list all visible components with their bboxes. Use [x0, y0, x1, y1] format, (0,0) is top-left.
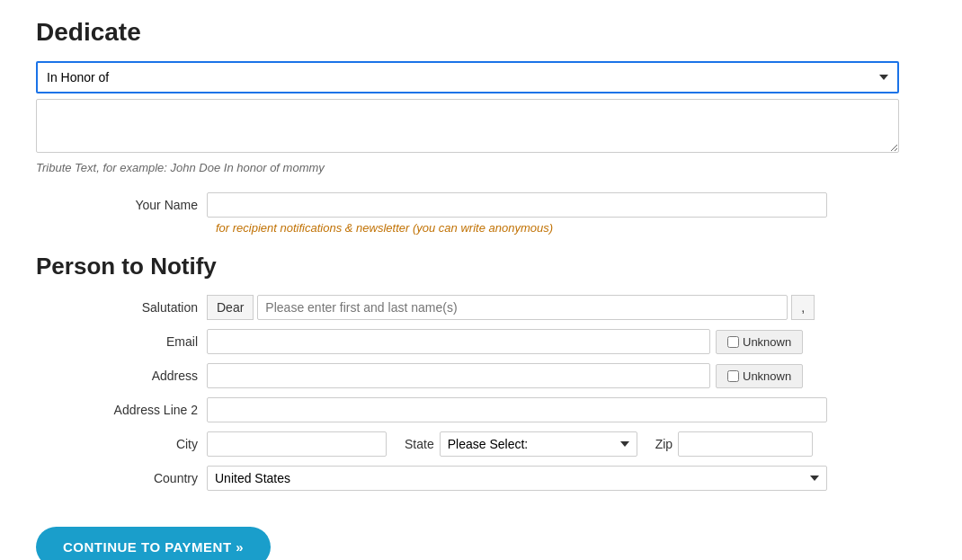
salutation-comma: , — [791, 295, 815, 320]
address-unknown-label: Unknown — [743, 369, 791, 383]
email-unknown-btn[interactable]: Unknown — [716, 330, 803, 354]
address2-row: Address Line 2 — [36, 397, 926, 422]
country-label: Country — [36, 471, 207, 485]
email-label: Email — [36, 334, 207, 349]
zip-label: Zip — [655, 437, 673, 451]
address-label: Address — [36, 369, 207, 383]
salutation-label: Salutation — [36, 300, 207, 315]
city-state-zip-row: City State Please Select: Alabama Alaska… — [36, 431, 926, 457]
zip-input[interactable] — [678, 431, 813, 457]
person-notify-title: Person to Notify — [36, 253, 926, 280]
salutation-dear: Dear — [207, 295, 254, 320]
dedicate-type-select[interactable]: In Honor of In Memory of On Behalf of — [36, 61, 899, 93]
address2-input[interactable] — [207, 397, 827, 422]
address-unknown-checkbox[interactable] — [727, 370, 739, 382]
email-row: Email Unknown — [36, 329, 926, 354]
email-input[interactable] — [207, 329, 710, 354]
person-notify-section: Person to Notify Salutation Dear , Email… — [36, 253, 926, 560]
address-row: Address Unknown — [36, 363, 926, 388]
address-input[interactable] — [207, 363, 710, 388]
tribute-textarea[interactable] — [36, 99, 899, 153]
address2-label: Address Line 2 — [36, 403, 207, 417]
email-unknown-label: Unknown — [743, 335, 791, 349]
tribute-hint: Tribute Text, for example: John Doe In h… — [36, 161, 926, 174]
state-label: State — [405, 437, 434, 451]
continue-to-payment-button[interactable]: CONTINUE TO PAYMENT » — [36, 527, 271, 560]
dedicate-section: Dedicate In Honor of In Memory of On Beh… — [36, 18, 926, 235]
your-name-label: Your Name — [36, 198, 207, 212]
city-input[interactable] — [207, 431, 387, 457]
salutation-row: Salutation Dear , — [36, 295, 926, 320]
email-unknown-checkbox[interactable] — [727, 336, 739, 348]
address-unknown-btn[interactable]: Unknown — [716, 364, 803, 388]
salutation-name-input[interactable] — [257, 295, 788, 320]
city-label: City — [36, 437, 207, 451]
dedicate-title: Dedicate — [36, 18, 926, 47]
your-name-input[interactable] — [207, 192, 827, 218]
your-name-row: Your Name — [36, 192, 926, 218]
state-select[interactable]: Please Select: Alabama Alaska California… — [440, 431, 637, 457]
country-select[interactable]: United States Canada United Kingdom Aust… — [207, 466, 827, 491]
country-row: Country United States Canada United King… — [36, 466, 926, 491]
your-name-hint: for recipient notifications & newsletter… — [216, 221, 926, 235]
